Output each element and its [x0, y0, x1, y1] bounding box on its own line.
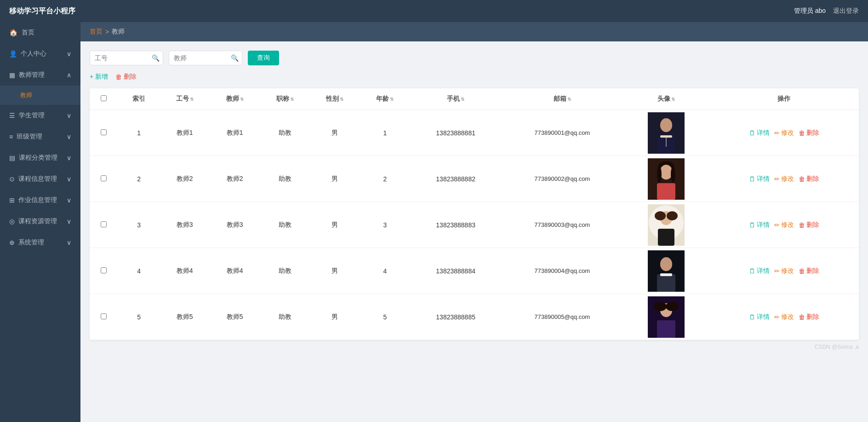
row-email: 773890004@qq.com	[501, 248, 623, 294]
edit-button[interactable]: ✏ 修改	[774, 221, 794, 229]
sidebar-group-course-res: ◎ 课程资源管理 ∨	[0, 211, 80, 232]
edit-button[interactable]: ✏ 修改	[774, 267, 794, 275]
sidebar-item-course-cat-mgmt[interactable]: ▤ 课程分类管理 ∨	[0, 147, 80, 168]
row-avatar	[623, 294, 709, 340]
detail-button[interactable]: 🗒 详情	[749, 221, 770, 229]
delete-button[interactable]: 🗑 删除	[799, 129, 819, 137]
delete-button[interactable]: 🗑 删除	[799, 313, 819, 321]
detail-icon: 🗒	[749, 175, 755, 183]
teacher-mgmt-icon: ▦	[9, 71, 15, 79]
svg-rect-4	[660, 135, 672, 138]
delete-icon: 🗑	[799, 129, 805, 137]
svg-rect-24	[660, 273, 672, 276]
svg-point-3	[660, 118, 672, 132]
sidebar-item-course-info-mgmt[interactable]: ⊙ 课程信息管理 ∨	[0, 168, 80, 190]
edit-button[interactable]: ✏ 修改	[774, 175, 794, 183]
detail-button[interactable]: 🗒 详情	[749, 129, 770, 137]
sidebar-item-personal-center[interactable]: 👤 个人中心 ∨	[0, 43, 80, 64]
home-icon: 🏠	[9, 29, 18, 37]
th-name: 教师⇅	[210, 88, 260, 110]
row-name: 教师5	[210, 294, 260, 340]
table-header-row: 索引 工号⇅ 教师⇅ 职称⇅ 性别⇅ 年龄⇅ 手机⇅ 邮箱⇅ 头像⇅ 操作	[90, 88, 859, 110]
edit-label: 修改	[781, 129, 794, 137]
detail-button[interactable]: 🗒 详情	[749, 175, 770, 183]
th-phone: 手机⇅	[410, 88, 501, 110]
teacher-table: 索引 工号⇅ 教师⇅ 职称⇅ 性别⇅ 年龄⇅ 手机⇅ 邮箱⇅ 头像⇅ 操作 1 …	[90, 88, 859, 340]
detail-label: 详情	[757, 267, 770, 275]
th-index: 索引	[118, 88, 160, 110]
delete-button[interactable]: 🗑 删除	[799, 175, 819, 183]
row-age: 5	[360, 294, 410, 340]
select-all-checkbox[interactable]	[101, 95, 107, 101]
edit-button[interactable]: ✏ 修改	[774, 313, 794, 321]
chevron-down-icon: ∨	[67, 50, 71, 58]
delete-icon: 🗑	[799, 267, 805, 275]
add-button[interactable]: + 新增	[90, 73, 108, 81]
th-age: 年龄⇅	[360, 88, 410, 110]
delete-icon: 🗑	[799, 313, 805, 321]
delete-button[interactable]: 🗑 删除	[799, 267, 819, 275]
sidebar-group-class: ≡ 班级管理 ∨	[0, 126, 80, 147]
row-actions-cell: 🗒 详情 ✏ 修改 🗑 删除	[709, 202, 859, 248]
row-checkbox[interactable]	[101, 267, 107, 273]
main-layout: 🏠 首页 👤 个人中心 ∨ ▦ 教师管理 ∧ 教师	[0, 22, 868, 422]
sidebar-item-sys-mgmt[interactable]: ⊕ 系统管理 ∨	[0, 232, 80, 253]
sidebar: 🏠 首页 👤 个人中心 ∨ ▦ 教师管理 ∧ 教师	[0, 22, 80, 422]
id-search-input[interactable]	[90, 51, 163, 65]
table-row: 4 教师4 教师4 助教 男 4 13823888884 773890004@q…	[90, 248, 859, 294]
row-actions-cell: 🗒 详情 ✏ 修改 🗑 删除	[709, 110, 859, 156]
sidebar-item-homework-mgmt[interactable]: ⊞ 作业信息管理 ∨	[0, 190, 80, 211]
sidebar-item-student-mgmt[interactable]: ☰ 学生管理 ∨	[0, 105, 80, 126]
row-checkbox-cell	[90, 156, 118, 202]
course-cat-icon: ▤	[9, 154, 15, 162]
sidebar-item-teacher-mgmt[interactable]: ▦ 教师管理 ∧	[0, 64, 80, 86]
row-checkbox[interactable]	[101, 175, 107, 181]
breadcrumb-current: 教师	[112, 28, 125, 36]
detail-button[interactable]: 🗒 详情	[749, 267, 770, 275]
sidebar-course-cat-label: 课程分类管理	[19, 154, 57, 162]
row-actions-cell: 🗒 详情 ✏ 修改 🗑 删除	[709, 294, 859, 340]
table-row: 1 教师1 教师1 助教 男 1 13823888881 773890001@q…	[90, 110, 859, 156]
row-index: 4	[118, 248, 160, 294]
chevron-down-icon2: ∨	[67, 112, 71, 119]
name-search-input[interactable]	[169, 51, 242, 65]
sort-icon-email: ⇅	[567, 97, 571, 102]
chevron-down-icon7: ∨	[67, 218, 71, 225]
edit-icon: ✏	[774, 175, 780, 183]
chevron-down-icon8: ∨	[67, 239, 71, 246]
row-age: 1	[360, 110, 410, 156]
class-icon: ≡	[9, 133, 13, 140]
row-name: 教师3	[210, 202, 260, 248]
chevron-down-icon6: ∨	[67, 197, 71, 204]
detail-button[interactable]: 🗒 详情	[749, 313, 770, 321]
row-checkbox[interactable]	[101, 129, 107, 135]
delete-icon: 🗑	[799, 175, 805, 183]
row-name: 教师1	[210, 110, 260, 156]
row-checkbox[interactable]	[101, 313, 107, 319]
sidebar-item-teacher[interactable]: 教师	[0, 86, 80, 105]
sidebar-item-home[interactable]: 🏠 首页	[0, 22, 80, 43]
detail-label: 详情	[757, 313, 770, 321]
action-bar: + 新增 🗑 删除	[90, 73, 859, 81]
chevron-down-icon5: ∨	[67, 175, 71, 183]
row-phone: 13823888884	[410, 248, 501, 294]
sidebar-item-course-res-mgmt[interactable]: ◎ 课程资源管理 ∨	[0, 211, 80, 232]
sys-icon: ⊕	[9, 239, 15, 246]
row-checkbox-cell	[90, 294, 118, 340]
trash-icon: 🗑	[115, 73, 122, 81]
sidebar-class-label: 班级管理	[17, 133, 42, 141]
row-checkbox[interactable]	[101, 221, 107, 227]
row-gender: 男	[310, 202, 360, 248]
person-icon: 👤	[9, 50, 17, 58]
breadcrumb-home[interactable]: 首页	[90, 28, 103, 36]
edit-button[interactable]: ✏ 修改	[774, 129, 794, 137]
search-button[interactable]: 查询	[248, 51, 279, 65]
th-title: 职称⇅	[260, 88, 310, 110]
sidebar-group-personal: 👤 个人中心 ∨	[0, 43, 80, 64]
sidebar-item-class-mgmt[interactable]: ≡ 班级管理 ∨	[0, 126, 80, 147]
logout-button[interactable]: 退出登录	[833, 7, 859, 15]
sidebar-group-course-info: ⊙ 课程信息管理 ∨	[0, 168, 80, 190]
row-title: 助教	[260, 248, 310, 294]
batch-delete-button[interactable]: 🗑 删除	[115, 73, 137, 81]
delete-button[interactable]: 🗑 删除	[799, 221, 819, 229]
